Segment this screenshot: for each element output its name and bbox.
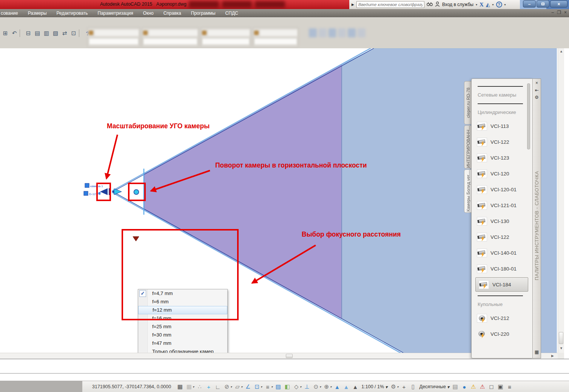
palette-tab[interactable]: ИНТЕГРИРОВАНН... — [464, 125, 472, 169]
toolbar-button[interactable]: ⇄ — [60, 29, 69, 38]
palette-grid-icon[interactable]: ▦ — [535, 349, 539, 357]
palette-item[interactable]: VCI-130 — [477, 213, 532, 229]
horizontal-scroll-thumb[interactable] — [286, 354, 293, 358]
toolbar-button[interactable]: ⊡ — [69, 29, 78, 38]
toolbar-button[interactable]: ↶ — [10, 29, 19, 38]
search-input[interactable] — [356, 1, 424, 8]
status-toggle[interactable]: ⚙▾ — [390, 383, 398, 390]
status-toggle[interactable]: ≡ — [506, 383, 513, 390]
status-toggle[interactable]: ▲ — [352, 383, 359, 390]
help-caret-icon[interactable]: ▾ — [504, 3, 506, 6]
palette-item[interactable]: VCI-113 — [477, 118, 532, 134]
multifunctional-grip[interactable] — [133, 237, 139, 241]
palette-autohide-icon[interactable]: ⇤ — [535, 88, 538, 95]
palette-properties-icon[interactable]: ⚙ — [535, 95, 539, 102]
doc-minimize-button[interactable]: – — [552, 10, 554, 15]
status-toggle[interactable]: ∴ — [196, 383, 203, 390]
toolbar-button[interactable]: ⊟ — [24, 29, 33, 38]
exchange-apps-icon[interactable]: X — [480, 2, 484, 8]
status-toggle[interactable]: ▤ — [452, 383, 459, 390]
focal-menu-item[interactable]: ✓ f=16 mm — [138, 314, 227, 323]
vertical-scrollbar[interactable]: ▲ ▼ — [558, 48, 564, 353]
palette-item[interactable]: VCI-180-01 — [477, 261, 532, 277]
communication-center-icon[interactable]: ◭ — [486, 2, 490, 8]
direction-grip[interactable] — [114, 189, 122, 195]
menu-item[interactable]: Программы — [191, 11, 216, 16]
palette-item[interactable]: VCI-122 — [477, 134, 532, 150]
status-toggle[interactable]: ⊡▾ — [254, 383, 262, 390]
status-toggle[interactable]: ◧ — [284, 383, 291, 390]
fov-near-zone[interactable] — [144, 65, 342, 319]
status-toggle[interactable]: ▱▾ — [234, 383, 242, 390]
toolbar-button[interactable]: ▤ — [33, 29, 42, 38]
toolbar-flyout-arrow[interactable]: ▶ — [352, 3, 354, 6]
status-toggle[interactable]: + — [205, 383, 212, 390]
palette-item[interactable]: VCI-121-01 — [477, 197, 532, 213]
signin-button[interactable]: Вход в службы — [442, 2, 473, 7]
communication-caret-icon[interactable]: ▾ — [492, 3, 494, 6]
status-toggle[interactable]: ▦▾ — [186, 383, 194, 390]
rotate-grip[interactable] — [134, 190, 139, 195]
status-toggle[interactable]: ⊙▾ — [313, 383, 321, 390]
status-toggle[interactable]: ▲ — [334, 383, 341, 390]
status-toggle[interactable]: ⚠ — [479, 383, 486, 390]
vertical-scroll-thumb[interactable] — [559, 332, 563, 344]
status-toggle[interactable]: + — [401, 383, 407, 390]
menu-item[interactable]: сование — [1, 11, 18, 16]
focal-menu-item[interactable]: ✓ f=6 mm — [138, 298, 227, 306]
palette-item[interactable]: VCI-212 — [477, 310, 532, 326]
status-toggle[interactable]: ◻ — [488, 383, 495, 390]
palette-item[interactable]: VCI-120 — [477, 166, 532, 181]
palette-item[interactable]: VCI-140-01 — [477, 245, 532, 261]
camera-symbol[interactable]: камера 1 D-121-4 — [84, 183, 139, 196]
palette-item[interactable]: VCI-123 — [477, 150, 532, 166]
menu-item[interactable]: Редактировать — [57, 11, 88, 16]
toolbar-button[interactable]: ▥ — [42, 29, 51, 38]
close-button[interactable]: × — [550, 0, 567, 8]
toolbar-button[interactable] — [20, 29, 23, 37]
focal-menu-item[interactable]: ✓ Только обозначение камер — [138, 347, 227, 353]
status-toggle[interactable]: ▣ — [497, 383, 504, 390]
palette-tab[interactable]: Камеры Болид ver.... — [464, 169, 472, 213]
status-toggle[interactable]: ▲ — [343, 383, 350, 390]
restore-button[interactable] — [537, 0, 549, 8]
status-toggle[interactable]: ⊘▾ — [224, 383, 232, 390]
menu-item[interactable]: Окно — [143, 11, 154, 16]
focal-menu-item[interactable]: ✓ f=12 mm — [138, 306, 227, 314]
palette-item[interactable]: VCI-122 — [477, 229, 532, 245]
focal-menu-item[interactable]: ✓ f=30 mm — [138, 331, 227, 339]
doc-restore-button[interactable]: ❐ — [557, 10, 561, 15]
status-toggle[interactable]: ⊥ — [304, 383, 310, 390]
status-toggle[interactable]: ⊕▾ — [323, 383, 332, 390]
status-toggle[interactable]: ∟ — [214, 383, 221, 390]
scroll-up-icon[interactable]: ▲ — [560, 49, 563, 53]
status-toggle[interactable]: ▨ — [275, 383, 282, 390]
menu-item[interactable]: Справка — [163, 11, 181, 16]
palette-scrollbar[interactable] — [527, 83, 530, 294]
palette-item[interactable]: VCI-220 — [477, 326, 532, 342]
minimize-button[interactable]: – — [523, 0, 536, 8]
focal-menu-item[interactable]: ✓ f=25 mm — [138, 323, 227, 331]
doc-close-button[interactable]: × — [564, 10, 567, 15]
palette-scroll-thumb[interactable] — [527, 83, 530, 149]
status-toggle[interactable]: ◇▾ — [293, 383, 301, 390]
signin-caret-icon[interactable]: ▾ — [476, 3, 477, 6]
scroll-right-icon[interactable]: ▶ — [551, 354, 554, 358]
status-toggle[interactable]: ▯ — [410, 383, 416, 390]
search-binoculars-icon[interactable] — [427, 2, 433, 8]
focal-menu-item[interactable]: ✓ f=4,7 mm — [138, 289, 227, 298]
annotation-scale-control[interactable]: 1:100 / 1%▾ — [361, 384, 387, 390]
scale-grip[interactable] — [100, 188, 108, 195]
command-line-window[interactable] — [0, 359, 569, 381]
menu-item[interactable]: Размеры — [28, 11, 47, 16]
toolbar-button[interactable]: ▧ — [51, 29, 60, 38]
status-toggle[interactable]: ≡▾ — [264, 383, 273, 390]
help-button[interactable]: ? — [496, 2, 502, 8]
menu-item[interactable]: Параметризация — [98, 11, 133, 16]
toolbar-button[interactable]: ⊞ — [1, 29, 10, 38]
scroll-down-icon[interactable]: ▼ — [560, 346, 563, 350]
toolbar-button[interactable] — [79, 29, 82, 37]
status-toggle[interactable]: ⚠ — [470, 383, 477, 390]
status-toggle[interactable]: ∠ — [245, 383, 251, 390]
palette-close-icon[interactable]: × — [535, 80, 538, 88]
